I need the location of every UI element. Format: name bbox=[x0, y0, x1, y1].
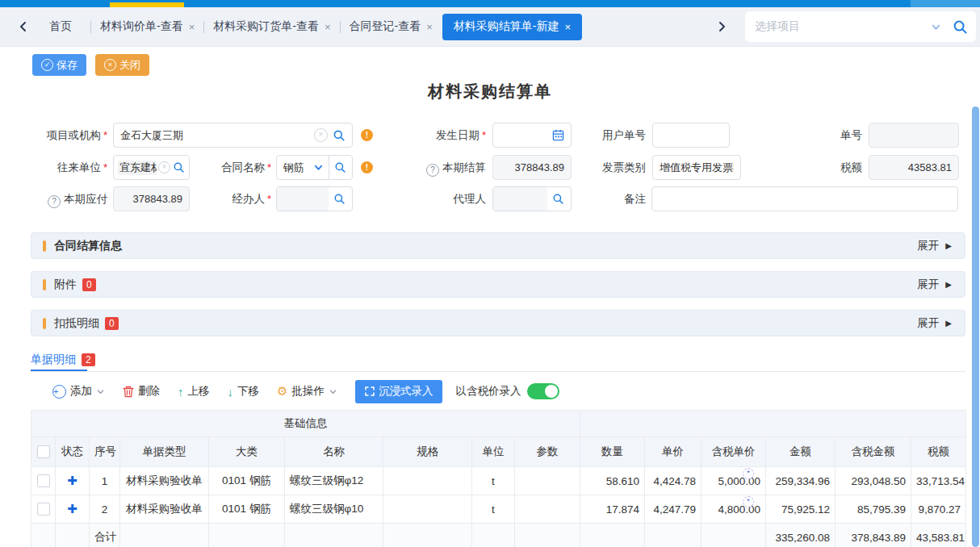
tab-bar: 首页 材料询价单-查看× 材料采购订货单-查看× 合同登记-查看× 材料采购结算… bbox=[0, 7, 980, 47]
project-select[interactable]: 选择项目 bbox=[745, 11, 976, 42]
toggle-label: 以含税价录入 bbox=[455, 384, 521, 399]
arrow-up-icon: ↑ bbox=[178, 385, 184, 399]
cell-tax_price: *5,000.00 bbox=[701, 467, 766, 495]
move-down-button[interactable]: ↓ 下移 bbox=[228, 384, 260, 399]
total-cell-type bbox=[120, 524, 209, 547]
cell-tax_amount: 293,048.50 bbox=[836, 467, 911, 495]
tab-home[interactable]: 首页 bbox=[49, 19, 72, 34]
triangle-right-icon: ▶ bbox=[945, 280, 952, 289]
row-status-plus-icon[interactable]: ✚ bbox=[67, 502, 77, 516]
tax-price-toggle[interactable] bbox=[527, 383, 559, 399]
total-cell-unit bbox=[472, 524, 515, 547]
cell-amount: 259,334.96 bbox=[766, 467, 836, 495]
search-icon[interactable] bbox=[333, 193, 346, 205]
column-header: 名称 bbox=[285, 437, 383, 467]
tab-document-detail[interactable]: 单据明细 2 bbox=[31, 353, 95, 367]
cell-qty: 58.610 bbox=[580, 467, 645, 495]
agent-label: 代理人 bbox=[379, 186, 486, 211]
cell-seq: 2 bbox=[90, 495, 120, 524]
handler-input[interactable] bbox=[276, 186, 353, 211]
cell-unit: t bbox=[472, 495, 515, 524]
close-icon[interactable]: × bbox=[325, 21, 331, 33]
chevron-left-icon[interactable] bbox=[18, 21, 29, 32]
immersive-entry-button[interactable]: 沉浸式录入 bbox=[355, 380, 443, 403]
section-deduction-detail[interactable]: 扣抵明细 0 展开▶ bbox=[31, 310, 965, 336]
user-no-input[interactable] bbox=[652, 123, 730, 148]
search-icon[interactable] bbox=[334, 161, 346, 173]
total-cell-tax: 43,583.81 bbox=[911, 524, 966, 547]
modified-star-badge: * bbox=[743, 468, 754, 479]
batch-operation-button[interactable]: ⚙ 批操作 bbox=[277, 384, 337, 399]
total-cell-status bbox=[56, 524, 90, 547]
tab-material-inquiry[interactable]: 材料询价单-查看× bbox=[100, 19, 195, 34]
table-header-row: 状态序号单据类型大类名称规格单位参数数量单价含税单价金额含税金额税额 bbox=[31, 437, 966, 467]
move-up-button[interactable]: ↑ 上移 bbox=[178, 384, 210, 399]
column-header: 参数 bbox=[515, 437, 580, 467]
clear-icon[interactable]: × bbox=[314, 128, 328, 142]
search-icon[interactable] bbox=[333, 129, 346, 142]
search-icon[interactable] bbox=[953, 19, 968, 35]
section-contract-settlement-info[interactable]: 合同结算信息 展开▶ bbox=[31, 232, 965, 259]
select-all-checkbox[interactable] bbox=[37, 445, 50, 458]
cell-category: 0101 钢筋 bbox=[209, 467, 285, 495]
project-input[interactable]: 金石大厦三期 × bbox=[113, 123, 353, 148]
table-group-header-row: 基础信息 bbox=[31, 411, 966, 437]
tab-contract-register[interactable]: 合同登记-查看× bbox=[350, 19, 433, 34]
nav-light-segment bbox=[911, 0, 980, 7]
vertical-scrollbar[interactable] bbox=[972, 106, 979, 547]
row-status-plus-icon[interactable]: ✚ bbox=[67, 474, 77, 487]
cell-tax: 9,870.27 bbox=[911, 495, 966, 524]
section-attachments[interactable]: 附件 0 展开▶ bbox=[31, 271, 965, 298]
chevron-right-icon[interactable] bbox=[716, 21, 727, 32]
column-header: 税额 bbox=[911, 437, 966, 467]
total-cell-spec bbox=[383, 524, 472, 547]
info-icon[interactable]: ! bbox=[361, 129, 373, 141]
table-row: ✚1材料采购验收单0101 钢筋螺纹三级钢φ12t58.6104,424.78*… bbox=[31, 467, 966, 495]
total-cell-name bbox=[285, 524, 383, 547]
add-button[interactable]: + 添加 bbox=[52, 384, 105, 399]
invoice-input[interactable]: 增值税专用发票|13 bbox=[652, 155, 741, 180]
clear-icon[interactable]: × bbox=[158, 161, 170, 173]
doc-no-label: 单号 bbox=[759, 123, 862, 148]
expand-button[interactable]: 展开▶ bbox=[917, 278, 952, 292]
expand-button[interactable]: 展开▶ bbox=[917, 239, 952, 253]
project-select-placeholder: 选择项目 bbox=[755, 19, 931, 34]
remark-input[interactable] bbox=[651, 186, 958, 211]
contract-select[interactable]: 钢筋 bbox=[276, 155, 353, 180]
save-button[interactable]: ✓保存 bbox=[32, 54, 86, 76]
plus-circle-icon: + bbox=[52, 385, 66, 399]
cell-qty: 17.874 bbox=[580, 495, 645, 524]
tab-purchase-order[interactable]: 材料采购订货单-查看× bbox=[213, 19, 330, 34]
column-header: 序号 bbox=[90, 437, 120, 467]
chevron-down-icon[interactable] bbox=[313, 162, 324, 173]
close-icon[interactable]: × bbox=[189, 21, 195, 33]
row-checkbox[interactable] bbox=[37, 503, 50, 516]
close-button[interactable]: ×关闭 bbox=[95, 54, 149, 76]
delete-button[interactable]: 删除 bbox=[123, 384, 160, 399]
info-icon[interactable]: ! bbox=[361, 161, 373, 173]
column-header: 数量 bbox=[580, 437, 645, 467]
trash-icon bbox=[123, 386, 134, 398]
total-cell-seq: 合计 bbox=[90, 524, 120, 547]
total-cell-cb bbox=[31, 524, 56, 547]
row-checkbox[interactable] bbox=[37, 474, 50, 487]
search-icon[interactable] bbox=[173, 161, 185, 173]
cell-price: 4,247.79 bbox=[645, 495, 701, 524]
close-icon[interactable]: × bbox=[426, 21, 433, 33]
help-icon[interactable]: ? bbox=[426, 164, 439, 177]
close-icon[interactable]: × bbox=[564, 21, 571, 33]
tab-settlement-new-active[interactable]: 材料采购结算单-新建× bbox=[442, 14, 582, 40]
triangle-right-icon: ▶ bbox=[945, 319, 952, 328]
page-title: 材料采购结算单 bbox=[0, 81, 980, 102]
cell-name: 螺纹三级钢φ10 bbox=[285, 495, 383, 524]
help-icon[interactable]: ? bbox=[48, 195, 61, 208]
cell-name: 螺纹三级钢φ12 bbox=[285, 467, 383, 495]
section-marker bbox=[43, 240, 46, 252]
column-header: 含税单价 bbox=[701, 437, 766, 467]
chevron-down-icon bbox=[931, 22, 941, 32]
group-header-amounts bbox=[580, 411, 966, 437]
cell-param bbox=[515, 467, 580, 495]
expand-button[interactable]: 展开▶ bbox=[917, 316, 952, 331]
column-header: 单位 bbox=[472, 437, 515, 467]
vendor-input[interactable]: 宜东建材 × bbox=[113, 155, 190, 180]
